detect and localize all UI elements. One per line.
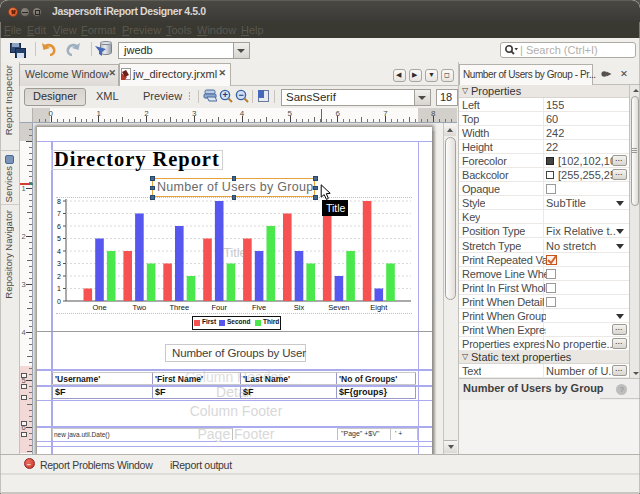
- svg-text:Four: Four: [211, 303, 227, 312]
- svg-text:Eight: Eight: [370, 303, 388, 312]
- svg-text:Six: Six: [294, 303, 305, 312]
- svg-text:Three: Three: [170, 303, 190, 312]
- svg-text:4: 4: [57, 248, 61, 255]
- svg-text:One: One: [92, 303, 106, 312]
- svg-text:7: 7: [57, 210, 61, 217]
- svg-text:Five: Five: [252, 303, 266, 312]
- svg-text:0: 0: [57, 298, 61, 305]
- svg-text:6: 6: [57, 223, 61, 230]
- svg-text:Two: Two: [133, 303, 147, 312]
- svg-text:1: 1: [57, 285, 61, 292]
- svg-text:8: 8: [57, 198, 61, 205]
- svg-text:3: 3: [57, 260, 61, 267]
- svg-text:5: 5: [57, 235, 61, 242]
- svg-text:2: 2: [57, 273, 61, 280]
- svg-text:Seven: Seven: [328, 303, 349, 312]
